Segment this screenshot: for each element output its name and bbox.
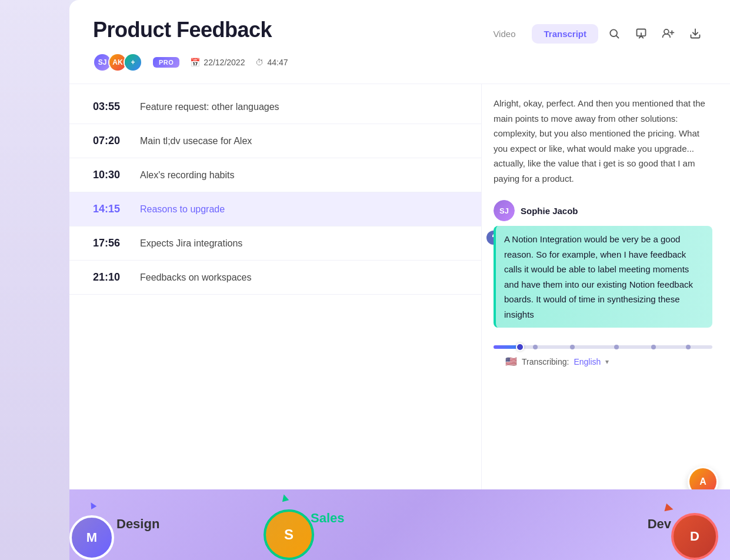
sales-label: Sales xyxy=(311,511,345,526)
meta-duration: ⏱ 44:47 xyxy=(255,58,288,67)
design-avatar: M xyxy=(69,515,114,560)
tab-video[interactable]: Video xyxy=(481,24,527,44)
pro-badge: PRO xyxy=(153,57,179,68)
download-button[interactable] xyxy=(684,22,706,45)
chevron-down-icon[interactable]: ▾ xyxy=(605,358,609,366)
progress-dot-5 xyxy=(686,345,691,349)
share-button[interactable] xyxy=(630,22,652,45)
progress-track[interactable] xyxy=(494,345,712,349)
chapter-item-1[interactable]: 03:55 Feature request: other languages xyxy=(69,90,481,124)
bottom-person-dev: Dev ▶ D xyxy=(671,513,718,560)
search-icon xyxy=(608,28,620,39)
sidebar-strip xyxy=(0,0,69,560)
transcript-panel: Alright, okay, perfect. And then you men… xyxy=(481,84,730,560)
progress-dot-2 xyxy=(570,345,575,349)
header-left: Product Feedback SJ AK + PRO 📅 22/1 xyxy=(93,18,288,72)
dev-arrow-icon: ▶ xyxy=(664,501,675,515)
progress-thumb[interactable] xyxy=(516,343,524,351)
chapter-item-6[interactable]: 21:10 Feedbacks on workspaces xyxy=(69,261,481,295)
progress-dot-4 xyxy=(651,345,656,349)
meta-row: SJ AK + PRO 📅 22/12/2022 ⏱ 44:47 xyxy=(93,53,288,72)
bottom-bar: Design ▲ M Sales ▲ S Dev ▶ D xyxy=(69,489,730,560)
progress-dot-3 xyxy=(614,345,619,349)
design-arrow-icon: ▲ xyxy=(85,497,100,513)
share-icon xyxy=(635,28,647,39)
bottom-person-design: Design ▲ M xyxy=(69,515,114,560)
transcribing-label: Transcribing: xyxy=(522,357,569,366)
clock-icon: ⏱ xyxy=(255,58,264,67)
design-label: Design xyxy=(116,516,159,532)
chapter-item-2[interactable]: 07:20 Main tl;dv usecase for Alex xyxy=(69,124,481,158)
calendar-icon: 📅 xyxy=(190,58,200,67)
add-user-icon xyxy=(662,28,675,39)
chapters-panel: 03:55 Feature request: other languages 0… xyxy=(69,84,481,560)
highlighted-text: A Notion Integration would be very be a … xyxy=(494,226,712,328)
page-title: Product Feedback xyxy=(93,18,288,42)
tab-transcript[interactable]: Transcript xyxy=(532,24,598,44)
svg-line-1 xyxy=(616,36,619,38)
speaker-row: SJ Sophie Jacob xyxy=(494,200,712,221)
dev-label: Dev xyxy=(648,516,671,532)
transcript-intro: Alright, okay, perfect. And then you men… xyxy=(494,96,712,186)
avatars: SJ AK + xyxy=(93,53,142,72)
main-card: Product Feedback SJ AK + PRO 📅 22/1 xyxy=(69,0,730,560)
speaker-avatar: SJ xyxy=(494,200,515,221)
header-right: Video Transcript xyxy=(481,18,706,45)
chapter-item-4[interactable]: 14:15 Reasons to upgrade xyxy=(69,192,481,226)
dev-avatar: D xyxy=(671,513,718,560)
chapter-item-5[interactable]: 17:56 Expects Jira integrations xyxy=(69,226,481,261)
svg-point-4 xyxy=(664,29,669,34)
speaker-name: Sophie Jacob xyxy=(521,206,578,216)
flag-icon: 🇺🇸 xyxy=(505,356,517,367)
progress-dot-1 xyxy=(533,345,538,349)
meta-date: 📅 22/12/2022 xyxy=(190,58,245,67)
highlighted-block: ❝ A Notion Integration would be very be … xyxy=(494,226,712,328)
add-user-button[interactable] xyxy=(657,22,679,45)
progress-container xyxy=(494,345,712,349)
speaker-block: SJ Sophie Jacob ❝ A Notion Integration w… xyxy=(494,200,712,328)
download-icon xyxy=(689,28,701,39)
transcribing-row: 🇺🇸 Transcribing: English ▾ xyxy=(494,356,712,373)
sales-arrow-icon: ▲ xyxy=(277,489,292,505)
language-link[interactable]: English xyxy=(574,357,601,366)
chapter-item-3[interactable]: 10:30 Alex's recording habits xyxy=(69,158,481,192)
bottom-person-sales: Sales ▲ S xyxy=(264,509,314,560)
sales-avatar: S xyxy=(264,509,314,560)
content-area: 03:55 Feature request: other languages 0… xyxy=(69,84,730,560)
avatar-3: + xyxy=(124,53,142,72)
header: Product Feedback SJ AK + PRO 📅 22/1 xyxy=(69,0,730,84)
search-button[interactable] xyxy=(603,22,625,45)
